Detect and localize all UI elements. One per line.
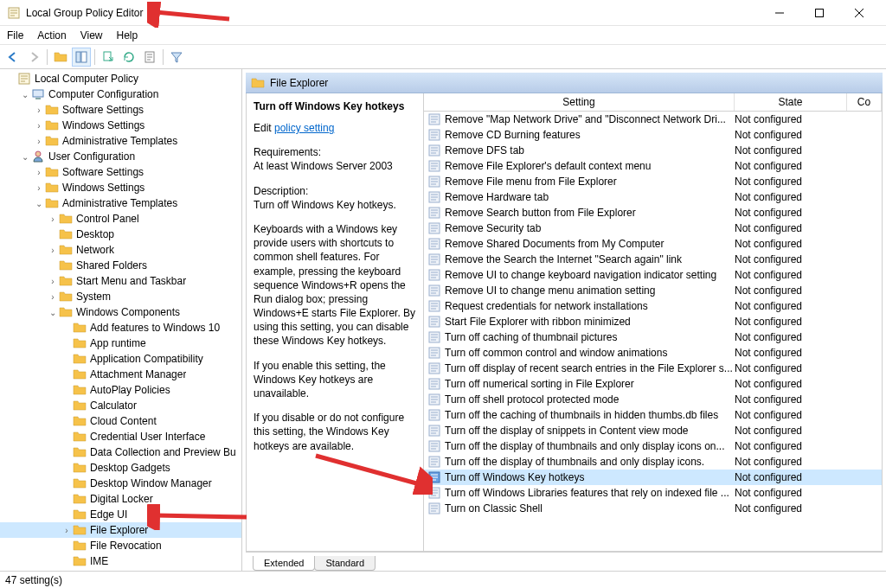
tree-node[interactable]: ⌄Computer Configuration [0, 86, 241, 102]
folder-icon [73, 352, 87, 366]
tree-node[interactable]: ⌄Administrative Templates [0, 195, 241, 211]
setting-row[interactable]: Remove File menu from File ExplorerNot c… [424, 174, 882, 189]
edit-policy-link[interactable]: policy setting [274, 122, 334, 134]
expand-icon[interactable]: › [47, 246, 59, 255]
expand-icon[interactable]: › [47, 214, 59, 224]
menu-file[interactable]: File [7, 29, 23, 42]
tree-node[interactable]: IME [0, 553, 241, 569]
setting-row[interactable]: Turn on Classic ShellNot configured [424, 501, 882, 516]
setting-state: Not configured [735, 347, 847, 359]
setting-row[interactable]: Request credentials for network installa… [424, 298, 882, 314]
setting-row[interactable]: Start File Explorer with ribbon minimize… [424, 314, 882, 329]
close-button[interactable] [839, 0, 879, 26]
setting-row[interactable]: Remove UI to change menu animation setti… [424, 283, 882, 298]
setting-row[interactable]: Remove "Map Network Drive" and "Disconne… [424, 112, 882, 127]
column-comment[interactable]: Co [847, 93, 882, 111]
expand-icon[interactable]: › [33, 137, 45, 146]
minimize-button[interactable] [760, 0, 799, 26]
setting-row[interactable]: Turn off Windows Libraries features that… [424, 485, 882, 501]
expand-icon[interactable]: › [33, 105, 45, 115]
tree-node[interactable]: Desktop Gadgets [0, 460, 241, 476]
tree-node[interactable]: Shared Folders [0, 258, 241, 273]
tree-node[interactable]: Attachment Manager [0, 367, 241, 382]
export-list-button[interactable] [99, 48, 118, 67]
setting-row[interactable]: Remove the Search the Internet "Search a… [424, 252, 882, 267]
tree-node[interactable]: ›Network [0, 242, 241, 258]
tree-node[interactable]: App runtime [0, 336, 241, 351]
filter-button[interactable] [167, 48, 186, 67]
tree-node[interactable]: ›File Explorer [0, 522, 241, 538]
expand-icon[interactable]: › [33, 121, 45, 131]
tree-node[interactable]: Digital Locker [0, 491, 241, 507]
tree-node-label: File Explorer [90, 524, 148, 536]
setting-row[interactable]: Turn off shell protocol protected modeNo… [424, 392, 882, 407]
tree-node[interactable]: Data Collection and Preview Bu [0, 444, 241, 460]
tree-node[interactable]: ›System [0, 289, 241, 304]
tree-node[interactable]: ›Windows Settings [0, 180, 241, 195]
tree-node[interactable]: ›Start Menu and Taskbar [0, 273, 241, 289]
column-state[interactable]: State [735, 93, 847, 111]
expand-icon[interactable]: › [47, 277, 59, 286]
tree-node[interactable]: Local Computer Policy [0, 71, 241, 86]
tab-extended[interactable]: Extended [253, 556, 315, 571]
setting-row[interactable]: Remove Search button from File ExplorerN… [424, 205, 882, 220]
maximize-button[interactable] [799, 0, 839, 26]
setting-row[interactable]: Turn off numerical sorting in File Explo… [424, 376, 882, 392]
expand-icon[interactable]: › [33, 168, 45, 177]
forward-button[interactable] [24, 48, 43, 67]
back-button[interactable] [3, 48, 22, 67]
menu-help[interactable]: Help [117, 29, 138, 42]
tree-node[interactable]: Add features to Windows 10 [0, 320, 241, 336]
setting-row[interactable]: Remove Hardware tabNot configured [424, 189, 882, 205]
tree-node[interactable]: Desktop [0, 227, 241, 242]
tree-node[interactable]: Credential User Interface [0, 429, 241, 444]
tree-node[interactable]: ⌄User Configuration [0, 149, 241, 164]
expand-icon[interactable]: › [33, 183, 45, 193]
setting-row[interactable]: Remove Security tabNot configured [424, 220, 882, 236]
setting-row[interactable]: Turn off the display of thumbnails and o… [424, 454, 882, 470]
setting-row[interactable]: Turn off the display of snippets in Cont… [424, 423, 882, 438]
tree-node[interactable]: Application Compatibility [0, 351, 241, 367]
tree-node[interactable]: ›Administrative Templates [0, 133, 241, 149]
column-setting[interactable]: Setting [424, 93, 735, 111]
folder-icon [59, 259, 73, 272]
collapse-icon[interactable]: ⌄ [47, 308, 59, 317]
setting-row[interactable]: Remove File Explorer's default context m… [424, 158, 882, 174]
tree-node[interactable]: ⌄Windows Components [0, 304, 241, 320]
collapse-icon[interactable]: ⌄ [19, 152, 31, 162]
setting-row[interactable]: Remove UI to change keyboard navigation … [424, 267, 882, 283]
policy-setting-icon [427, 408, 441, 422]
tree-node[interactable]: Desktop Window Manager [0, 476, 241, 491]
collapse-icon[interactable]: ⌄ [33, 199, 45, 208]
setting-row[interactable]: Turn off the display of thumbnails and o… [424, 438, 882, 454]
tree-node[interactable]: ›Software Settings [0, 102, 241, 118]
tree-node[interactable]: ›Software Settings [0, 164, 241, 180]
setting-row[interactable]: Turn off the caching of thumbnails in hi… [424, 407, 882, 423]
menu-view[interactable]: View [80, 29, 103, 42]
tree-node[interactable]: Calculator [0, 398, 241, 413]
tree-node[interactable]: ›Windows Settings [0, 118, 241, 133]
tree-node[interactable]: File Revocation [0, 538, 241, 553]
setting-row[interactable]: Turn off common control and window anima… [424, 345, 882, 361]
setting-row[interactable]: Remove DFS tabNot configured [424, 143, 882, 158]
menu-action[interactable]: Action [37, 29, 66, 42]
properties-button[interactable] [140, 48, 159, 67]
settings-list[interactable]: Setting State Co Remove "Map Network Dri… [424, 93, 882, 551]
expand-icon[interactable]: › [47, 292, 59, 302]
tree-node[interactable]: AutoPlay Policies [0, 382, 241, 398]
collapse-icon[interactable]: ⌄ [19, 90, 31, 99]
tab-standard[interactable]: Standard [314, 556, 376, 571]
folder-toolbar-icon[interactable] [51, 48, 70, 67]
setting-row[interactable]: Remove Shared Documents from My Computer… [424, 236, 882, 252]
tree-node[interactable]: Edge UI [0, 507, 241, 522]
setting-row[interactable]: Turn off Windows Key hotkeysNot configur… [424, 470, 882, 485]
refresh-button[interactable] [119, 48, 138, 67]
setting-row[interactable]: Remove CD Burning featuresNot configured [424, 127, 882, 143]
tree-node[interactable]: Cloud Content [0, 413, 241, 429]
show-hide-tree-button[interactable] [72, 48, 91, 67]
expand-icon[interactable]: › [61, 526, 73, 535]
scope-tree[interactable]: Local Computer Policy⌄Computer Configura… [0, 69, 242, 571]
setting-row[interactable]: Turn off display of recent search entrie… [424, 361, 882, 376]
tree-node[interactable]: ›Control Panel [0, 211, 241, 227]
setting-row[interactable]: Turn off caching of thumbnail picturesNo… [424, 329, 882, 345]
